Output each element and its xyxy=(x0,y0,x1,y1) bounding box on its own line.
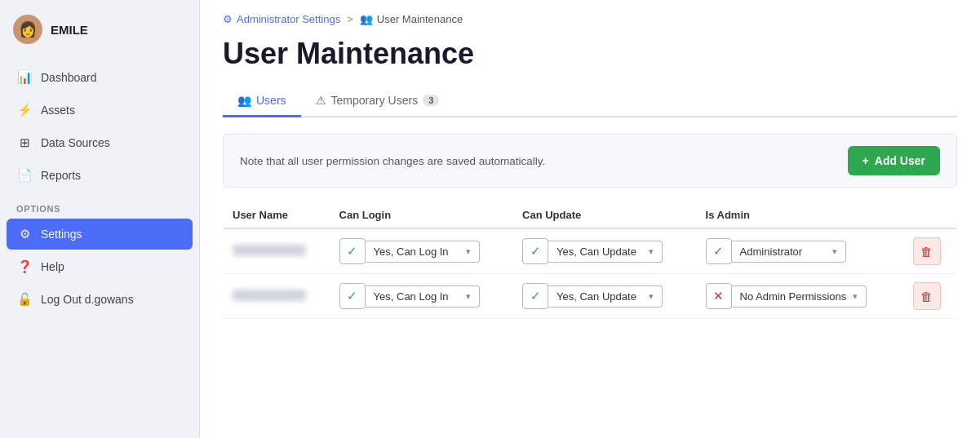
sidebar-item-data-sources[interactable]: ⊞ Data Sources xyxy=(0,127,199,158)
actions-cell-2: 🗑 xyxy=(903,274,957,319)
sidebar-item-dashboard[interactable]: 📊 Dashboard xyxy=(0,62,199,93)
add-user-plus-icon: + xyxy=(862,154,869,167)
sidebar-item-settings-label: Settings xyxy=(41,228,82,241)
info-bar: Note that all user permission changes ar… xyxy=(223,134,957,188)
tab-temporary-users-badge: 3 xyxy=(423,95,439,106)
col-username: User Name xyxy=(223,202,330,228)
can-login-chevron-2: ▾ xyxy=(466,291,471,302)
is-admin-select-1: ✓ Administrator ▾ xyxy=(706,238,894,264)
content-area: Note that all user permission changes ar… xyxy=(200,117,980,438)
assets-icon: ⚡ xyxy=(16,103,33,117)
can-update-value-2: Yes, Can Update xyxy=(557,290,636,303)
is-admin-chevron-1: ▾ xyxy=(832,246,837,257)
sidebar-item-logout[interactable]: 🔓 Log Out d.gowans xyxy=(0,284,199,315)
username-blurred-2 xyxy=(233,290,306,301)
username-cell-1 xyxy=(223,228,330,274)
help-icon: ❓ xyxy=(16,259,33,274)
sidebar-item-logout-label: Log Out d.gowans xyxy=(41,293,134,306)
tab-temporary-users-label: Temporary Users xyxy=(331,94,419,107)
is-admin-dropdown-2[interactable]: No Admin Permissions ▾ xyxy=(732,285,867,307)
table-row: ✓ Yes, Can Log In ▾ ✓ Yes, Can Update xyxy=(223,228,957,274)
can-login-value-2: Yes, Can Log In xyxy=(374,290,449,303)
add-user-button-label: Add User xyxy=(875,154,925,167)
can-login-dropdown-1[interactable]: Yes, Can Log In ▾ xyxy=(366,241,480,263)
sidebar-item-help-label: Help xyxy=(41,260,64,273)
logout-icon: 🔓 xyxy=(16,292,33,307)
is-admin-check-icon-1: ✓ xyxy=(706,238,732,264)
table-body: ✓ Yes, Can Log In ▾ ✓ Yes, Can Update xyxy=(223,228,957,319)
can-login-check-icon-2: ✓ xyxy=(339,283,366,309)
is-admin-cell-1: ✓ Administrator ▾ xyxy=(696,228,903,274)
dashboard-icon: 📊 xyxy=(16,70,33,85)
can-update-select-1: ✓ Yes, Can Update ▾ xyxy=(522,238,685,264)
col-can-update: Can Update xyxy=(512,202,695,228)
user-table: User Name Can Login Can Update Is Admin … xyxy=(223,202,957,319)
can-update-chevron-2: ▾ xyxy=(649,291,654,302)
can-update-chevron-1: ▾ xyxy=(649,246,654,257)
tab-temporary-users[interactable]: ⚠ Temporary Users 3 xyxy=(301,86,455,117)
reports-icon: 📄 xyxy=(16,168,33,183)
breadcrumb-settings-label: Administrator Settings xyxy=(237,13,340,25)
can-update-cell-1: ✓ Yes, Can Update ▾ xyxy=(512,228,695,274)
can-login-chevron-1: ▾ xyxy=(466,246,471,257)
breadcrumb-current: 👥 User Maintenance xyxy=(360,13,463,25)
tab-users-label: Users xyxy=(256,94,286,107)
sidebar-nav: 📊 Dashboard ⚡ Assets ⊞ Data Sources 📄 Re… xyxy=(0,59,199,318)
sidebar-item-reports-label: Reports xyxy=(41,169,81,182)
can-login-select-2: ✓ Yes, Can Log In ▾ xyxy=(339,283,503,309)
can-update-cell-2: ✓ Yes, Can Update ▾ xyxy=(512,274,695,319)
tab-temporary-users-icon: ⚠ xyxy=(316,94,326,107)
sidebar: 👩 EMILE 📊 Dashboard ⚡ Assets ⊞ Data Sour… xyxy=(0,0,200,438)
sidebar-user-section: 👩 EMILE xyxy=(0,0,199,59)
sidebar-item-assets[interactable]: ⚡ Assets xyxy=(0,95,199,126)
sidebar-item-assets-label: Assets xyxy=(41,104,75,117)
data-sources-icon: ⊞ xyxy=(16,135,33,150)
col-can-login: Can Login xyxy=(330,202,512,228)
delete-user-button-1[interactable]: 🗑 xyxy=(913,237,941,265)
is-admin-value-1: Administrator xyxy=(740,246,803,258)
is-admin-dropdown-1[interactable]: Administrator ▾ xyxy=(732,241,846,263)
sidebar-item-help[interactable]: ❓ Help xyxy=(0,251,199,282)
can-update-value-1: Yes, Can Update xyxy=(557,246,636,258)
tab-users[interactable]: 👥 Users xyxy=(223,86,301,117)
is-admin-cell-2: ✕ No Admin Permissions ▾ xyxy=(696,274,903,319)
can-login-select-1: ✓ Yes, Can Log In ▾ xyxy=(339,238,503,264)
sidebar-item-settings[interactable]: ⚙ Settings xyxy=(7,219,193,250)
breadcrumb-settings-link[interactable]: ⚙ Administrator Settings xyxy=(223,13,340,25)
can-login-dropdown-2[interactable]: Yes, Can Log In ▾ xyxy=(366,285,480,307)
add-user-button[interactable]: + Add User xyxy=(848,146,940,175)
sidebar-item-data-sources-label: Data Sources xyxy=(41,136,110,149)
sidebar-username: EMILE xyxy=(51,23,88,37)
can-update-check-icon-1: ✓ xyxy=(522,238,548,264)
username-cell-2 xyxy=(223,274,330,319)
can-update-dropdown-1[interactable]: Yes, Can Update ▾ xyxy=(548,241,663,263)
is-admin-select-2: ✕ No Admin Permissions ▾ xyxy=(706,283,894,309)
info-text: Note that all user permission changes ar… xyxy=(240,155,545,167)
col-actions xyxy=(903,202,957,228)
can-update-check-icon-2: ✓ xyxy=(522,283,548,309)
can-login-cell-2: ✓ Yes, Can Log In ▾ xyxy=(330,274,512,319)
can-login-check-icon-1: ✓ xyxy=(339,238,366,264)
breadcrumb-current-label: User Maintenance xyxy=(377,13,463,25)
col-is-admin: Is Admin xyxy=(696,202,903,228)
breadcrumb: ⚙ Administrator Settings > 👥 User Mainte… xyxy=(200,0,980,30)
breadcrumb-separator: > xyxy=(347,13,353,25)
can-login-cell-1: ✓ Yes, Can Log In ▾ xyxy=(330,228,512,274)
sidebar-item-reports[interactable]: 📄 Reports xyxy=(0,160,199,191)
breadcrumb-current-icon: 👥 xyxy=(360,13,373,25)
page-title: User Maintenance xyxy=(200,30,980,86)
table-header-row: User Name Can Login Can Update Is Admin xyxy=(223,202,957,228)
can-update-dropdown-2[interactable]: Yes, Can Update ▾ xyxy=(548,285,663,307)
is-admin-check-icon-2: ✕ xyxy=(706,283,732,309)
breadcrumb-settings-icon: ⚙ xyxy=(223,13,233,25)
tabs: 👥 Users ⚠ Temporary Users 3 xyxy=(223,86,957,117)
delete-user-button-2[interactable]: 🗑 xyxy=(913,282,941,310)
tab-users-icon: 👥 xyxy=(237,94,251,107)
table-row: ✓ Yes, Can Log In ▾ ✓ Yes, Can Update xyxy=(223,274,957,319)
can-update-select-2: ✓ Yes, Can Update ▾ xyxy=(522,283,685,309)
actions-cell-1: 🗑 xyxy=(903,228,957,274)
main-content: ⚙ Administrator Settings > 👥 User Mainte… xyxy=(200,0,980,438)
options-label: OPTIONS xyxy=(0,192,199,217)
sidebar-item-dashboard-label: Dashboard xyxy=(41,71,97,84)
avatar: 👩 xyxy=(13,15,42,44)
